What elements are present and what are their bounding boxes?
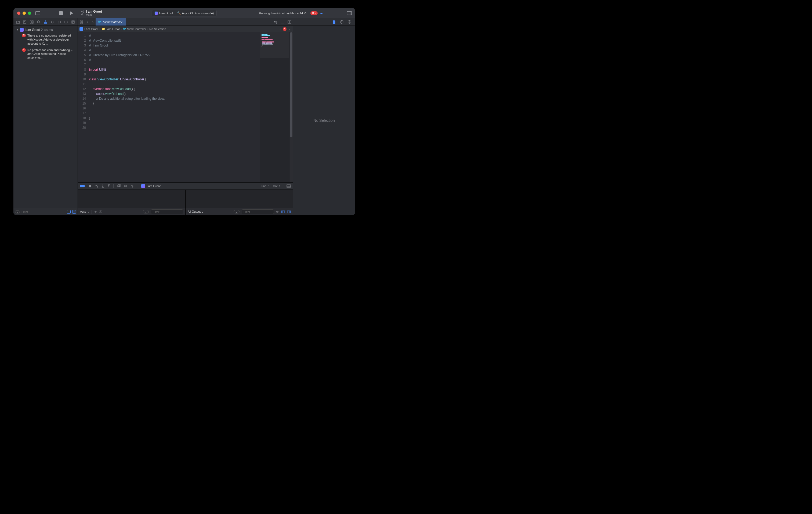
issue-item[interactable]: There are no accounts registered with Xc… [13,33,78,47]
related-items-icon[interactable] [78,21,85,24]
file-inspector-icon[interactable] [333,20,336,24]
find-navigator-icon[interactable] [36,21,41,24]
scm-filter-icon[interactable] [72,210,76,214]
svg-point-4 [83,11,84,12]
svg-rect-0 [36,11,40,15]
jump-bar[interactable]: I am Groot › 📁 I am Groot › 🐦 ViewContro… [78,26,293,32]
scheme-app-name: I am Groot [159,11,173,15]
code-content[interactable]: //// ViewController.swift// I am Groot//… [88,32,260,182]
forward-button[interactable]: › [90,20,95,24]
show-console-icon[interactable] [287,211,291,213]
jumpbar-item[interactable]: I am Groot [106,27,120,31]
filter-scope-icon[interactable]: ⌄ [143,210,149,213]
app-icon [20,28,24,32]
scroll-thumb[interactable] [290,32,292,137]
issue-tree: ▼ I am Groot 2 issues There are no accou… [13,26,78,208]
jumpbar-item[interactable]: No Selection [149,27,166,31]
console-filter-input[interactable] [242,210,274,214]
issue-root[interactable]: ▼ I am Groot 2 issues [13,27,78,33]
svg-point-40 [126,185,127,186]
svg-rect-47 [287,185,291,187]
debug-target[interactable]: I am Groot [141,184,161,188]
close-icon[interactable] [17,11,21,15]
svg-rect-2 [59,11,63,15]
view-debug-button[interactable] [117,184,121,188]
variables-filter-input[interactable] [151,210,183,214]
svg-point-41 [126,187,127,187]
xcode-window: I am Groot main I am Groot › 🔨 Any iOS D… [13,8,355,215]
source-control-navigator-icon[interactable] [22,21,27,24]
stop-button[interactable] [59,11,63,15]
back-button[interactable]: ‹ [85,20,90,24]
project-navigator-icon[interactable] [15,21,21,24]
no-selection-label: No Selection [313,118,335,123]
disclosure-icon[interactable]: ▼ [16,28,19,31]
show-variables-icon[interactable] [281,211,285,213]
editor-area: ‹ › 🐦 ViewController ⇆ I am Groot › 📁 I … [78,18,293,215]
issue-navigator-icon[interactable] [43,21,48,24]
test-navigator-icon[interactable] [50,21,55,24]
error-icon [22,48,26,52]
app-icon [155,11,158,15]
tab-viewcontroller[interactable]: 🐦 ViewController [95,18,126,26]
filter-scope-icon[interactable]: ⌄ [15,210,20,213]
add-editor-icon[interactable] [286,21,293,24]
memory-graph-button[interactable] [124,184,127,188]
pause-button[interactable] [89,184,91,188]
minimap[interactable]: ████ ██████ ██ ████████████ ██████ █████… [260,32,289,182]
breakpoints-toggle[interactable] [80,184,85,188]
filter-input[interactable] [22,210,65,213]
add-button[interactable] [286,11,290,15]
scope-selector[interactable]: Auto ⌄ [80,210,89,213]
svg-rect-25 [82,22,83,23]
svg-point-39 [124,186,125,187]
issue-item[interactable]: No profiles for 'com.andrewhoog.I-am-Gro… [13,47,78,62]
debug-target-name: I am Groot [147,184,161,188]
minimize-icon[interactable] [23,11,26,15]
recent-filter-icon[interactable] [67,210,70,214]
debug-navigator-icon[interactable] [57,21,62,24]
prev-issue-button[interactable]: ‹ [278,27,282,31]
inspector-body: No Selection [293,26,355,215]
svg-line-16 [39,23,40,23]
issue-count: 2 issues [41,28,53,32]
step-over-button[interactable] [94,184,98,188]
maximize-icon[interactable] [28,11,31,15]
jumpbar-item[interactable]: I am Groot [84,27,98,31]
toggle-debug-area-icon[interactable] [287,184,291,188]
run-button[interactable] [70,11,74,15]
traffic-lights [13,11,31,15]
debug-area: Auto ⌄ 👁 ⓘ ⌄ All Output ⌄ ⌄ [78,190,293,215]
svg-rect-8 [347,11,352,15]
clear-console-icon[interactable]: 🗑 [276,210,279,213]
breakpoint-navigator-icon[interactable] [63,21,69,23]
step-out-button[interactable] [108,184,110,188]
scheme-selector[interactable]: I am Groot › 🔨 Any iOS Device (arm64) [152,10,217,17]
library-toggle-button[interactable] [347,11,352,15]
hammer-icon: 🔨 [177,11,181,15]
scrollbar[interactable] [289,32,293,182]
filter-scope-icon[interactable]: ⌄ [234,210,239,213]
compare-icon[interactable]: ⇆ [272,19,279,24]
sidebar-toggle-button[interactable] [35,11,40,15]
variables-footer: Auto ⌄ 👁 ⓘ ⌄ [78,208,185,215]
error-icon[interactable] [283,27,287,31]
code-editor[interactable]: 1234567891011121314151617181920 //// Vie… [78,32,260,182]
swift-icon: 🐦 [98,20,102,24]
symbol-navigator-icon[interactable] [29,21,34,24]
step-into-button[interactable] [102,184,104,188]
quicklook-icon[interactable]: 👁 [94,210,97,213]
history-inspector-icon[interactable] [340,20,343,24]
svg-rect-14 [32,22,33,23]
environment-button[interactable] [131,184,135,188]
project-name: I am Groot [25,28,40,32]
jumpbar-item[interactable]: ViewController [127,27,146,31]
next-issue-button[interactable]: › [287,27,291,31]
report-navigator-icon[interactable] [70,21,76,24]
error-icon [22,34,26,37]
print-description-icon[interactable]: ⓘ [99,210,102,214]
output-selector[interactable]: All Output ⌄ [188,210,204,213]
help-inspector-icon[interactable]: ? [348,20,351,24]
adjust-editor-icon[interactable] [279,21,286,24]
branch-indicator[interactable]: I am Groot main [81,10,102,17]
